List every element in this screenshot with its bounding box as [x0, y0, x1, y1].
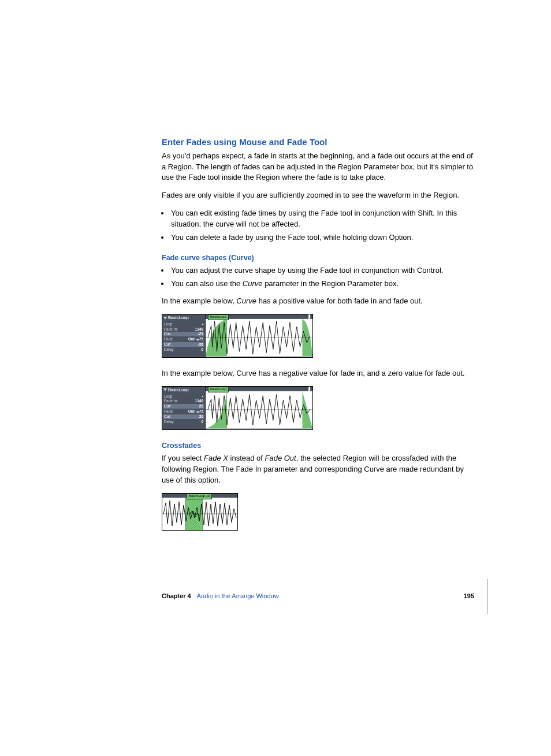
bullet-list: You can adjust the curve shape by using … [162, 265, 477, 290]
chapter-number: Chapter 4 [162, 592, 191, 601]
region-parameter-panel: BasicLoop Loop:• Fade In:1148 Cur:-21 Fa… [162, 314, 205, 357]
waveform-region: BasicLoop.10 [162, 493, 238, 531]
chapter-name: Audio in the Arrange Window [197, 592, 279, 601]
waveform-region: BasicLoop [205, 314, 312, 357]
figure-negative-curve: BasicLoop Loop:• Fade In:1148 Cur:20 Fad… [162, 386, 477, 430]
region-name-tab: BasicLoop.10 [187, 494, 212, 499]
bullet-list: You can edit existing fade times by usin… [162, 208, 477, 243]
list-item: You can edit existing fade times by usin… [170, 208, 477, 230]
paragraph: Fades are only visible if you are suffic… [162, 190, 477, 201]
paragraph: In the example below, Curve has a negati… [162, 368, 477, 379]
region-name-tab: BasicLoop [208, 387, 229, 392]
page-number: 195 [464, 592, 474, 601]
region-parameter-panel: BasicLoop Loop:• Fade In:1148 Cur:20 Fad… [162, 387, 205, 429]
subheading-crossfades: Crossfades [162, 440, 477, 451]
panel-title: BasicLoop [168, 388, 189, 392]
svg-marker-0 [163, 317, 167, 320]
waveform-graphic [206, 314, 312, 356]
paragraph: If you select Fade X instead of Fade Out… [162, 453, 477, 486]
waveform-graphic [206, 387, 312, 428]
figure-positive-curve: BasicLoop Loop:• Fade In:1148 Cur:-21 Fa… [162, 314, 477, 358]
svg-rect-11 [308, 387, 310, 391]
waveform-region: BasicLoop [205, 387, 312, 429]
list-item: You can delete a fade by using the Fade … [170, 232, 477, 243]
subheading-fade-curve: Fade curve shapes (Curve) [162, 253, 477, 263]
panel-title: BasicLoop [168, 316, 189, 320]
disclosure-triangle-icon [163, 317, 167, 320]
list-item: You can adjust the curve shape by using … [170, 265, 477, 276]
list-item: You can also use the Curve parameter in … [170, 279, 477, 290]
svg-marker-6 [163, 388, 167, 391]
paragraph: As you'd perhaps expect, a fade in start… [162, 151, 477, 184]
disclosure-triangle-icon [163, 388, 167, 392]
svg-rect-5 [308, 314, 310, 319]
section-heading: Enter Fades using Mouse and Fade Tool [162, 136, 477, 149]
page-footer: Chapter 4 Audio in the Arrange Window 19… [162, 579, 487, 614]
region-name-tab: BasicLoop [208, 314, 229, 320]
figure-crossfade: BasicLoop.10 [162, 493, 477, 531]
paragraph: In the example below, Curve has a positi… [162, 296, 477, 307]
